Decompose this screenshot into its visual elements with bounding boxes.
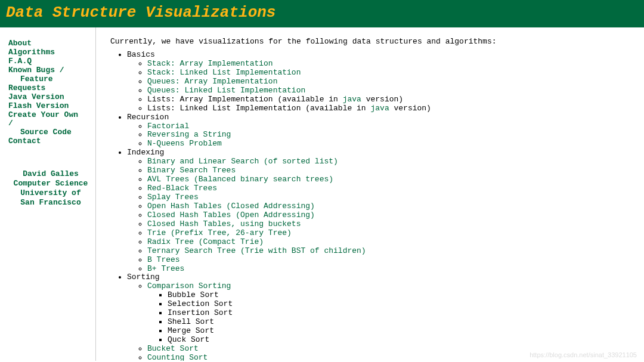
algorithm-link[interactable]: Closed Hash Tables, using buckets — [147, 219, 301, 228]
algorithm-item[interactable]: Ternary Search Tree (Trie with BST of ch… — [147, 247, 639, 256]
sidebar-nav-item[interactable]: Algorithms — [8, 48, 93, 57]
algorithm-link[interactable]: Ternary Search Tree (Trie with BST of ch… — [147, 246, 366, 255]
algorithm-link[interactable]: Closed Hash Tables (Open Addressing) — [147, 211, 315, 219]
sub-sort-list: Bubble SortSelection SortInsertion SortS… — [168, 291, 639, 345]
algorithm-item[interactable]: B+ Trees — [147, 265, 639, 274]
sidebar-nav-item[interactable]: Source Code — [8, 128, 93, 137]
section-item: IndexingBinary and Linear Search (of sor… — [127, 148, 639, 273]
sidebar-footer: David GallesComputer ScienceUniversity o… — [8, 170, 93, 208]
sidebar-footer-line: San Francisco — [8, 199, 93, 208]
sidebar-nav-item[interactable]: About — [8, 39, 93, 48]
algorithm-link[interactable]: B Trees — [147, 255, 180, 264]
note-text-2: version) — [389, 104, 431, 113]
algorithm-text: Lists: Array Implementation — [147, 95, 273, 104]
main-content: Currently, we have visualizations for th… — [96, 27, 644, 361]
sub-sort-item: Selection Sort — [168, 300, 639, 309]
note-text: (available in — [301, 104, 370, 113]
algorithm-link[interactable]: Trie (Prefix Tree, 26-ary Tree) — [147, 228, 292, 237]
algorithm-link[interactable]: AVL Trees (Balanced binary search trees) — [147, 175, 333, 184]
topic-list: BasicsStack: Array ImplementationStack: … — [127, 51, 639, 361]
sub-sort-item: Bubble Sort — [168, 291, 639, 300]
note-text-2: version) — [361, 95, 403, 104]
algorithm-link[interactable]: Bucket Sort — [147, 344, 199, 353]
algorithm-link[interactable]: Counting Sort — [147, 353, 208, 361]
sub-sort-item: Merge Sort — [168, 327, 639, 336]
section-sublist: FactorialReversing a StringN-Queens Prob… — [147, 122, 639, 149]
algorithm-link[interactable]: Binary and Linear Search (of sorted list… — [147, 157, 338, 166]
algorithm-link[interactable]: N-Queens Problem — [147, 139, 222, 148]
page-header: Data Structure Visualizations — [0, 0, 644, 27]
sidebar-nav-item[interactable]: F.A.Q — [8, 57, 93, 66]
algorithm-link[interactable]: B+ Trees — [147, 264, 184, 273]
section-item: BasicsStack: Array ImplementationStack: … — [127, 51, 639, 113]
sidebar-nav-item[interactable]: Feature — [8, 75, 93, 84]
sub-sort-item: Shell Sort — [168, 318, 639, 327]
algorithm-link[interactable]: Radix Tree (Compact Trie) — [147, 237, 264, 246]
algorithm-link[interactable]: Reversing a String — [147, 130, 231, 139]
page-title: Data Structure Visualizations — [6, 4, 275, 21]
sidebar-nav-item[interactable]: Java Version — [8, 93, 93, 102]
algorithm-item[interactable]: Stack: Array Implementation — [147, 60, 639, 69]
algorithm-item: Lists: Linked List Implementation (avail… — [147, 104, 639, 113]
section-item: RecursionFactorialReversing a StringN-Qu… — [127, 113, 639, 149]
algorithm-link[interactable]: Open Hash Tables (Closed Addressing) — [147, 202, 315, 211]
java-link[interactable]: java — [343, 95, 361, 104]
sidebar-nav-item[interactable]: Known Bugs / — [8, 66, 93, 75]
sidebar-footer-line: University of — [8, 189, 93, 198]
algorithm-item[interactable]: Red-Black Trees — [147, 184, 639, 193]
section-item: SortingComparison SortingBubble SortSele… — [127, 273, 639, 361]
sidebar-nav-item[interactable]: Contact — [8, 137, 93, 146]
note-text: (available in — [273, 95, 343, 104]
algorithm-link[interactable]: Stack: Linked List Implementation — [147, 68, 301, 77]
section-sublist: Binary and Linear Search (of sorted list… — [147, 157, 639, 273]
algorithm-item[interactable]: Factorial — [147, 122, 639, 131]
sidebar: AboutAlgorithmsF.A.QKnown Bugs /FeatureR… — [0, 27, 95, 361]
algorithm-item[interactable]: Radix Tree (Compact Trie) — [147, 238, 639, 247]
algorithm-item[interactable]: B Trees — [147, 256, 639, 265]
algorithm-item[interactable]: Reversing a String — [147, 131, 639, 140]
algorithm-item[interactable]: Binary and Linear Search (of sorted list… — [147, 157, 639, 166]
sidebar-footer-line: Computer Science — [8, 180, 93, 188]
algorithm-link[interactable]: Stack: Array Implementation — [147, 59, 273, 68]
algorithm-item: Lists: Array Implementation (available i… — [147, 95, 639, 104]
java-link[interactable]: java — [370, 104, 389, 113]
sidebar-nav-item[interactable]: Flash Version — [8, 102, 93, 111]
algorithm-item[interactable]: Queues: Array Implementation — [147, 78, 639, 86]
algorithm-item[interactable]: Binary Search Trees — [147, 166, 639, 175]
algorithm-link[interactable]: Queues: Array Implementation — [147, 77, 277, 86]
sidebar-nav: AboutAlgorithmsF.A.QKnown Bugs /FeatureR… — [8, 39, 93, 146]
algorithm-item[interactable]: Comparison SortingBubble SortSelection S… — [147, 282, 639, 345]
sidebar-footer-line: David Galles — [8, 170, 93, 179]
algorithm-item[interactable]: Queues: Linked List Implementation — [147, 86, 639, 95]
algorithm-link[interactable]: Factorial — [147, 122, 189, 131]
algorithm-item[interactable]: Stack: Linked List Implementation — [147, 69, 639, 78]
algorithm-text: Lists: Linked List Implementation — [147, 104, 301, 113]
algorithm-item[interactable]: N-Queens Problem — [147, 140, 639, 148]
body-wrapper: AboutAlgorithmsF.A.QKnown Bugs /FeatureR… — [0, 27, 644, 361]
algorithm-item[interactable]: Splay Trees — [147, 193, 639, 202]
watermark-text: https://blog.csdn.net/sinat_33921105 — [530, 351, 637, 358]
algorithm-link[interactable]: Comparison Sorting — [147, 281, 231, 290]
algorithm-link[interactable]: Red-Black Trees — [147, 184, 217, 193]
algorithm-item[interactable]: Closed Hash Tables (Open Addressing) — [147, 211, 639, 220]
section-sublist: Stack: Array ImplementationStack: Linked… — [147, 60, 639, 113]
algorithm-link[interactable]: Splay Trees — [147, 193, 199, 202]
intro-text: Currently, we have visualizations for th… — [110, 37, 639, 46]
algorithm-item[interactable]: AVL Trees (Balanced binary search trees) — [147, 175, 639, 184]
algorithm-item[interactable]: Open Hash Tables (Closed Addressing) — [147, 202, 639, 211]
algorithm-item[interactable]: Closed Hash Tables, using buckets — [147, 220, 639, 229]
section-sublist: Comparison SortingBubble SortSelection S… — [147, 282, 639, 361]
sidebar-nav-item[interactable]: Create Your Own — [8, 111, 93, 120]
algorithm-item[interactable]: Trie (Prefix Tree, 26-ary Tree) — [147, 229, 639, 238]
sub-sort-item: Quck Sort — [168, 336, 639, 345]
algorithm-link[interactable]: Queues: Linked List Implementation — [147, 86, 305, 95]
sub-sort-item: Insertion Sort — [168, 309, 639, 318]
sidebar-nav-item[interactable]: / — [8, 119, 93, 128]
algorithm-link[interactable]: Binary Search Trees — [147, 166, 236, 175]
sidebar-nav-item[interactable]: Requests — [8, 84, 93, 93]
